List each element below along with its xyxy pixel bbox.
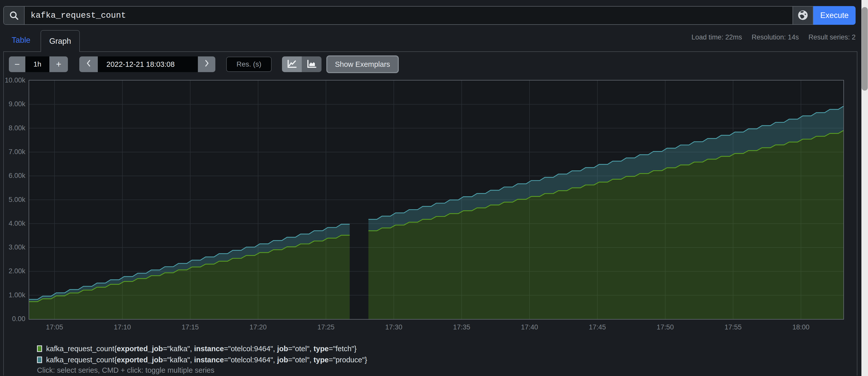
y-tick-label: 9.00k (0, 100, 25, 108)
series-area-fetch (29, 235, 350, 319)
query-stats: Load time: 22ms Resolution: 14s Result s… (691, 33, 856, 41)
x-tick-label: 17:45 (589, 323, 606, 331)
decrease-range-button[interactable]: − (9, 57, 25, 72)
y-tick-label: 8.00k (0, 124, 25, 132)
y-tick-label: 10.00k (0, 76, 25, 84)
load-time: Load time: 22ms (691, 33, 742, 41)
result-series: Result series: 2 (808, 33, 856, 41)
tab-graph[interactable]: Graph (40, 30, 80, 52)
end-time-control: × (79, 57, 215, 72)
globe-clock-icon (797, 9, 809, 22)
query-input-group (3, 6, 813, 25)
x-tick-label: 17:35 (453, 323, 470, 331)
resolution-input[interactable] (226, 57, 272, 72)
y-tick-label: 3.00k (0, 243, 25, 251)
query-input[interactable] (25, 7, 793, 24)
tab-table[interactable]: Table (12, 36, 30, 45)
search-icon (4, 7, 25, 24)
stacked-chart-button[interactable] (302, 57, 321, 72)
duration-control: − + (9, 57, 68, 72)
scrollbar-thumb[interactable] (862, 7, 868, 91)
legend-series-label: kafka_request_count{exported_job="kafka"… (46, 356, 367, 364)
line-chart-icon (286, 59, 298, 70)
y-tick-label: 0.00 (0, 315, 25, 323)
page-scrollbar[interactable] (861, 0, 868, 376)
series-area-fetch (368, 131, 843, 319)
chart-svg (29, 80, 843, 319)
y-tick-label: 6.00k (0, 172, 25, 180)
x-tick-label: 17:55 (724, 323, 742, 331)
x-tick-label: 18:00 (793, 323, 810, 331)
y-tick-label: 5.00k (0, 196, 25, 204)
x-tick-label: 17:25 (317, 323, 335, 331)
y-tick-label: 4.00k (0, 219, 25, 228)
end-time-input[interactable] (98, 60, 202, 69)
x-tick-label: 17:20 (250, 323, 267, 331)
increase-range-button[interactable]: + (50, 57, 68, 72)
x-tick-label: 17:15 (182, 323, 199, 331)
legend-swatch (37, 356, 42, 363)
resolution: Resolution: 14s (752, 33, 799, 41)
y-tick-label: 7.00k (0, 148, 25, 156)
chevron-left-icon (85, 58, 92, 71)
show-exemplars-button[interactable]: Show Exemplars (326, 56, 399, 73)
stacked-chart-icon (306, 59, 317, 70)
y-tick-label: 2.00k (0, 267, 25, 275)
chevron-right-icon (204, 58, 210, 71)
x-tick-label: 17:30 (385, 323, 403, 331)
local-time-button[interactable] (793, 7, 813, 24)
chart-type-toggle (282, 57, 321, 72)
legend-hint: Click: select series, CMD + click: toggl… (37, 366, 214, 374)
forward-in-time-button[interactable] (198, 57, 215, 72)
chart-plot-area[interactable] (29, 80, 844, 319)
back-in-time-button[interactable] (79, 57, 98, 72)
legend-swatch (37, 345, 42, 352)
legend-item[interactable]: kafka_request_count{exported_job="kafka"… (37, 354, 367, 365)
legend-item[interactable]: kafka_request_count{exported_job="kafka"… (37, 343, 367, 354)
x-tick-label: 17:40 (521, 323, 538, 331)
y-tick-label: 1.00k (0, 291, 25, 299)
x-tick-label: 17:50 (657, 323, 674, 331)
legend-series-label: kafka_request_count{exported_job="kafka"… (46, 345, 356, 353)
line-chart-button[interactable] (282, 57, 302, 72)
legend: kafka_request_count{exported_job="kafka"… (37, 343, 367, 365)
end-time-box: × (98, 57, 198, 72)
range-input[interactable] (25, 57, 50, 72)
x-tick-label: 17:10 (114, 323, 131, 331)
execute-button[interactable]: Execute (813, 6, 856, 25)
x-tick-label: 17:05 (46, 323, 63, 331)
